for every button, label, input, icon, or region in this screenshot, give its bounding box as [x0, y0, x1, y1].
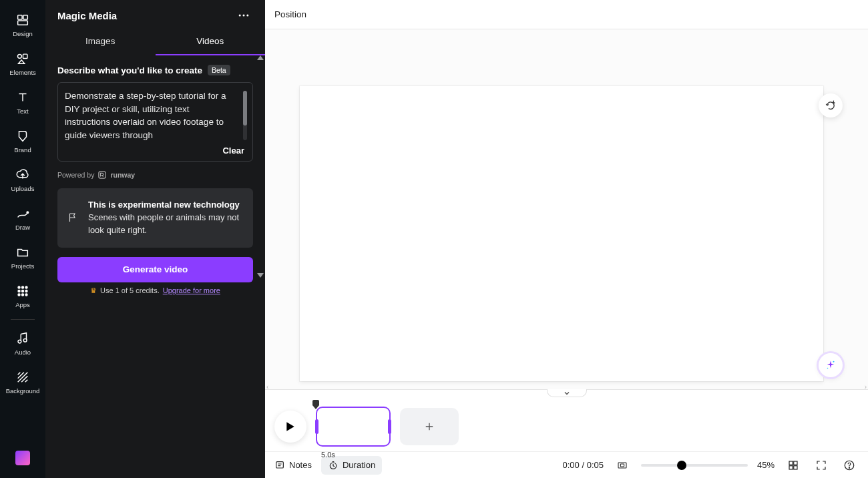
play-icon — [286, 421, 295, 432]
clip-duration-label: 5.0s — [321, 451, 335, 459]
rail-label: Draw — [15, 224, 30, 231]
rail-label: Projects — [11, 262, 34, 270]
notes-icon — [274, 460, 285, 471]
add-page-button[interactable] — [400, 408, 459, 445]
svg-point-33 — [849, 467, 849, 468]
svg-point-15 — [18, 340, 21, 343]
svg-rect-26 — [618, 463, 626, 468]
refresh-icon — [825, 99, 837, 111]
zoom-thumb[interactable] — [677, 461, 686, 470]
clear-button[interactable]: Clear — [65, 142, 246, 157]
rail-label: Brand — [14, 146, 31, 154]
svg-point-9 — [18, 290, 20, 292]
background-icon — [15, 370, 30, 385]
svg-point-12 — [18, 294, 20, 296]
apps-icon — [15, 284, 30, 298]
svg-rect-30 — [789, 465, 793, 469]
chevron-down-icon — [564, 391, 570, 395]
rail-item-projects[interactable]: Projects — [0, 238, 45, 276]
rail-label: Audio — [15, 348, 31, 356]
panel-more-button[interactable] — [232, 3, 256, 27]
svg-point-17 — [239, 15, 241, 17]
fit-to-screen-button[interactable] — [613, 456, 632, 475]
svg-rect-27 — [620, 464, 624, 467]
side-panel: Magic Media Images Videos Describe what … — [45, 0, 265, 478]
powered-by-brand: runway — [110, 171, 135, 179]
rail-label: Uploads — [11, 185, 35, 192]
plus-icon — [423, 421, 435, 433]
beta-badge: Beta — [208, 65, 230, 75]
refresh-button[interactable] — [819, 93, 843, 117]
brand-icon — [15, 129, 30, 144]
text-icon — [15, 90, 30, 105]
powered-by-label: Powered by — [57, 171, 94, 179]
svg-rect-24 — [276, 461, 284, 467]
svg-point-13 — [22, 294, 24, 296]
panel-tabs: Images Videos — [45, 29, 265, 55]
tab-videos[interactable]: Videos — [156, 29, 266, 55]
info-body: Scenes with people or animals may not lo… — [88, 212, 239, 235]
info-card: This is experimental new technology Scen… — [57, 188, 253, 248]
ai-assist-button[interactable] — [819, 353, 843, 377]
generate-video-button[interactable]: Generate video — [57, 257, 253, 282]
rail-label: Design — [13, 30, 33, 37]
timeline-collapse-button[interactable] — [547, 389, 587, 397]
clip-trim-left[interactable] — [315, 419, 318, 434]
rail-item-brand[interactable]: Brand — [0, 122, 45, 160]
help-icon — [843, 459, 855, 471]
timeline-clip[interactable] — [316, 407, 391, 447]
runway-icon — [98, 171, 106, 179]
tab-images[interactable]: Images — [45, 29, 156, 55]
fit-icon — [617, 460, 628, 471]
rail-item-audio[interactable]: Audio — [0, 324, 45, 363]
prompt-textarea[interactable] — [65, 89, 246, 142]
svg-point-7 — [22, 286, 24, 288]
timeline-area: 5.0s Notes Duration 0:00 / 0:05 — [265, 389, 868, 478]
svg-point-10 — [22, 290, 24, 292]
fullscreen-button[interactable] — [812, 456, 831, 475]
svg-point-8 — [25, 286, 27, 288]
more-horizontal-icon — [237, 9, 250, 22]
flag-icon — [67, 199, 79, 237]
rail-item-text[interactable]: Text — [0, 83, 45, 122]
time-display: 0:00 / 0:05 — [563, 460, 604, 470]
svg-rect-20 — [99, 172, 105, 178]
position-button[interactable]: Position — [274, 9, 306, 19]
notes-button[interactable]: Notes — [274, 460, 312, 471]
app-thumb-icon — [15, 451, 30, 465]
rail-bottom-app[interactable] — [9, 445, 36, 471]
rail-item-background[interactable]: Background — [0, 363, 45, 401]
describe-label: Describe what you'd like to create — [57, 65, 202, 75]
crown-icon: ♛ — [90, 286, 97, 295]
zoom-slider[interactable] — [641, 464, 748, 467]
canvas-viewport[interactable]: ‹ › — [265, 29, 868, 389]
grid-view-button[interactable] — [784, 456, 803, 475]
rail-item-design[interactable]: Design — [0, 5, 45, 44]
svg-point-16 — [23, 338, 27, 342]
credits-line: ♛ Use 1 of 5 credits. Upgrade for more — [57, 286, 253, 295]
rail-label: Elements — [9, 69, 36, 76]
grid-icon — [787, 459, 799, 471]
upgrade-link[interactable]: Upgrade for more — [163, 286, 220, 294]
powered-by: Powered by runway — [57, 171, 253, 179]
rail-label: Text — [17, 107, 28, 115]
canvas-page[interactable] — [300, 86, 823, 381]
elements-icon — [15, 51, 30, 66]
credits-text: Use 1 of 5 credits. — [100, 286, 160, 294]
play-button[interactable] — [274, 411, 306, 443]
rail-item-elements[interactable]: Elements — [0, 44, 45, 83]
svg-point-21 — [833, 361, 834, 363]
rail-item-draw[interactable]: Draw — [0, 199, 45, 238]
prompt-scrollbar[interactable] — [243, 91, 247, 140]
help-button[interactable] — [840, 456, 859, 475]
canvas-horizontal-scroll[interactable]: ‹ › — [265, 384, 868, 389]
clip-trim-right[interactable] — [388, 419, 391, 434]
svg-point-18 — [243, 15, 245, 17]
zoom-track[interactable] — [641, 464, 748, 467]
rail-divider — [11, 319, 35, 320]
svg-point-14 — [25, 294, 27, 296]
rail-item-uploads[interactable]: Uploads — [0, 160, 45, 199]
rail-item-apps[interactable]: Apps — [0, 276, 45, 315]
svg-point-3 — [17, 54, 21, 58]
svg-rect-31 — [794, 465, 797, 469]
